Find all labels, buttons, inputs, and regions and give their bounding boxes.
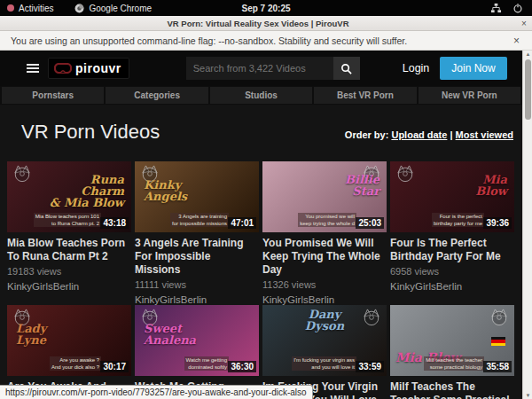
page-heading-row: VR Porn Videos Order by: Upload date | M…	[0, 105, 522, 161]
duration-badge: 25:03	[356, 217, 384, 229]
thumbnail-caption: I'm fucking your virgin ass and you will…	[292, 356, 356, 371]
close-tab-icon[interactable]: ×	[516, 19, 532, 28]
video-thumbnail[interactable]: Kinky Angels 3 Angels are training for i…	[135, 161, 259, 232]
search-bar	[186, 57, 360, 80]
thumbnail-model-name: Mia Blow	[475, 174, 507, 197]
thumbnail-model-name: Billie Star	[345, 174, 379, 197]
site-logo-text: pirouvr	[75, 61, 121, 75]
tab-title: VR Porn: Virtual Reality Sex Videos | Pi…	[0, 19, 516, 28]
site-header: pirouvr Login Join Now	[0, 51, 522, 86]
main-nav: Pornstars Categories Studios Best VR Por…	[0, 86, 522, 105]
dismiss-warning-icon[interactable]: ×	[513, 35, 520, 47]
duration-badge: 33:59	[356, 361, 384, 372]
thumbnail-model-name: Dany Dyson	[262, 309, 387, 332]
thumbnail-model-name: Lady Lyne	[16, 323, 46, 346]
power-icon[interactable]	[512, 3, 523, 13]
browser-title-bar: VR Porn: Virtual Reality Sex Videos | Pi…	[0, 16, 532, 31]
order-separator: |	[450, 129, 452, 140]
video-title-link[interactable]: Mia Blow Teaches Porn To Runa Charm Pt 2	[7, 237, 128, 263]
duration-badge: 30:17	[100, 361, 129, 372]
video-card: Mia Blow Four is the perfect birthday pa…	[390, 161, 514, 305]
menu-icon[interactable]	[27, 64, 39, 73]
video-thumbnail[interactable]: Billie Star You promised we will keep tr…	[262, 161, 387, 232]
nav-item-best-vr[interactable]: Best VR Porn	[314, 87, 416, 104]
video-thumbnail[interactable]: Mia Blow Milf teaches the teacher some p…	[390, 305, 514, 376]
app-indicator[interactable]: Google Chrome	[74, 4, 152, 13]
order-upload-date-link[interactable]: Upload date	[391, 129, 447, 140]
chrome-warning-bar: You are using an unsupported command-lin…	[0, 31, 532, 51]
thumbnail-caption: 3 Angels are training for impossible mis…	[170, 213, 229, 227]
page-title: VR Porn Videos	[21, 121, 160, 144]
video-card: Billie Star You promised we will keep tr…	[262, 161, 387, 305]
nav-item-new-vr[interactable]: New VR Porn	[419, 87, 520, 104]
link-target-status-bar: https://pirouvr.com/vr-porn-video/779325…	[0, 385, 313, 399]
vr-goggles-icon	[54, 63, 72, 74]
duration-badge: 47:01	[228, 217, 256, 229]
studio-cat-mask-icon	[395, 165, 415, 183]
thumbnail-model-name: Sweet Analena	[144, 323, 196, 346]
order-by: Order by: Upload date | Most viewed	[345, 129, 513, 140]
video-title-link[interactable]: You Promised We Will Keep Trying The Who…	[262, 237, 383, 277]
app-label: Google Chrome	[89, 4, 152, 13]
thumbnail-caption: Are you awake ? And your dick also ?	[50, 356, 101, 371]
activities-label: Activities	[19, 4, 53, 13]
thumbnail-model-name: Kinky Angels	[144, 179, 187, 202]
video-thumbnail[interactable]: Sweet Analena Watch me getting dominated…	[135, 305, 259, 376]
join-now-button[interactable]: Join Now	[440, 57, 506, 80]
site-logo[interactable]: pirouvr	[48, 58, 129, 79]
thumbnail-caption: Milf teaches the teacher some practical …	[424, 356, 484, 371]
thumbnail-model-name: Runa Charm & Mia Blow	[50, 174, 124, 208]
video-thumbnail[interactable]: Mia Blow Four is the perfect birthday pa…	[390, 161, 514, 232]
video-views: 11326 views	[262, 279, 387, 290]
recording-indicator-icon	[7, 4, 14, 12]
thumbnail-caption: You promised we will keep trying the who…	[298, 213, 356, 227]
thumbnail-caption: Four is the perfect birthday party for m…	[432, 213, 484, 227]
activities-button[interactable]: Activities	[7, 4, 53, 13]
chrome-icon	[74, 4, 84, 13]
nav-item-studios[interactable]: Studios	[210, 87, 312, 104]
order-most-viewed-link[interactable]: Most viewed	[456, 129, 513, 140]
search-button[interactable]	[333, 57, 360, 80]
video-card: Runa Charm & Mia Blow Mia Blow teaches p…	[7, 161, 131, 305]
login-link[interactable]: Login	[403, 62, 430, 74]
web-page: pirouvr Login Join Now Pornstars Categor…	[0, 51, 522, 399]
duration-badge: 35:58	[483, 361, 512, 372]
scrollbar-thumb[interactable]	[525, 59, 531, 120]
german-flag	[491, 337, 505, 346]
scroll-down-icon[interactable]: ▼	[523, 393, 532, 398]
system-top-bar: Activities Google Chrome Sep 7 20:25	[0, 0, 532, 16]
studio-cat-mask-icon	[489, 309, 509, 326]
video-studio-link[interactable]: KinkyGirlsBerlin	[7, 281, 131, 292]
video-grid: Runa Charm & Mia Blow Mia Blow teaches p…	[0, 161, 522, 399]
video-title-link[interactable]: Milf Teaches The Teacher Some Practical …	[390, 380, 511, 399]
video-studio-link[interactable]: KinkyGirlsBerlin	[135, 294, 259, 305]
video-thumbnail[interactable]: Lady Lyne Are you awake ? And your dick …	[7, 305, 131, 376]
thumbnail-caption: Watch me getting dominated softly	[184, 356, 229, 371]
video-studio-link[interactable]: KinkyGirlsBerlin	[390, 281, 514, 292]
warning-text: You are using an unsupported command-lin…	[11, 35, 513, 46]
video-card: Kinky Angels 3 Angels are training for i…	[135, 161, 259, 305]
video-title-link[interactable]: Four Is The Perfect Birthday Party For M…	[390, 237, 511, 263]
search-input[interactable]	[186, 57, 333, 80]
nav-item-pornstars[interactable]: Pornstars	[2, 87, 104, 104]
order-by-label: Order by:	[345, 129, 389, 140]
page-scrollbar[interactable]: ▲ ▼	[522, 51, 532, 399]
video-views: 6958 views	[390, 266, 514, 277]
video-thumbnail[interactable]: Dany Dyson I'm fucking your virgin ass a…	[262, 305, 387, 376]
video-card: Mia Blow Milf teaches the teacher some p…	[390, 305, 514, 399]
video-studio-link[interactable]: KinkyGirlsBerlin	[262, 294, 387, 305]
network-icon[interactable]	[490, 3, 502, 13]
duration-badge: 36:30	[228, 361, 256, 372]
thumbnail-caption: Mia Blow teaches porn 101 to Runa Charm …	[34, 213, 101, 227]
studio-cat-mask-icon	[12, 165, 32, 183]
nav-item-categories[interactable]: Categories	[106, 87, 207, 104]
search-icon	[340, 63, 352, 74]
video-views: 11111 views	[135, 279, 259, 290]
duration-badge: 43:18	[100, 217, 129, 229]
video-views: 19183 views	[7, 266, 131, 277]
video-title-link[interactable]: 3 Angels Are Training For Impossible Mis…	[135, 237, 255, 277]
video-thumbnail[interactable]: Runa Charm & Mia Blow Mia Blow teaches p…	[7, 161, 131, 232]
duration-badge: 39:36	[483, 217, 512, 229]
scroll-up-icon[interactable]: ▲	[523, 51, 532, 57]
